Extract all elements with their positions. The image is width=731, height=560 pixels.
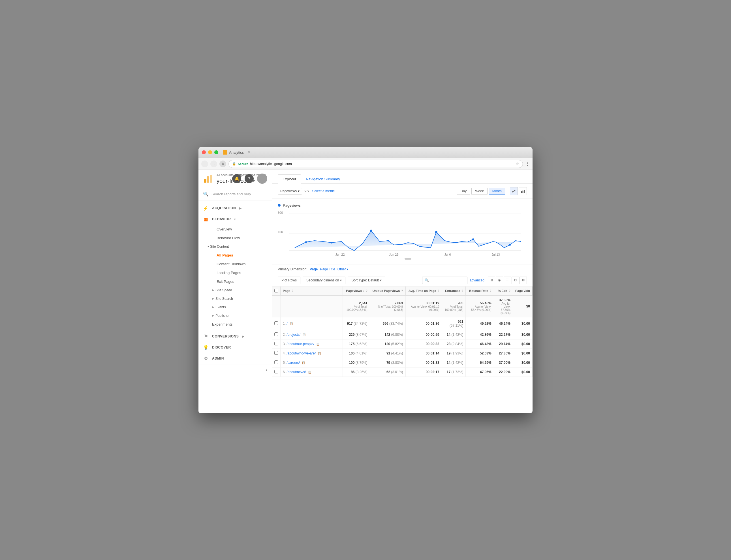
- unique-pageviews-header[interactable]: Unique Pageviews ?: [370, 287, 405, 296]
- compare-view-button[interactable]: ⊞: [520, 277, 527, 284]
- sidebar-item-overview[interactable]: Overview: [212, 225, 272, 234]
- select-metric-link[interactable]: Select a metric: [312, 189, 334, 193]
- advanced-link[interactable]: advanced: [470, 278, 484, 282]
- row-checkbox[interactable]: [274, 342, 278, 345]
- exit-help-icon[interactable]: ?: [509, 289, 510, 292]
- page-link[interactable]: /: [287, 322, 287, 326]
- page-link[interactable]: /about/who-we-are/: [287, 351, 316, 355]
- bar-chart-button[interactable]: [519, 187, 527, 195]
- secondary-dimension-select[interactable]: Secondary dimension ▾: [303, 277, 345, 284]
- sidebar-item-discover[interactable]: 💡 DISCOVER: [198, 342, 272, 353]
- pageviews-chart: Jun 22 Jun 29 Jul 6 Jul 13: [289, 211, 521, 256]
- avg-time-value: 00:01:36: [405, 317, 442, 330]
- back-button[interactable]: ←: [201, 161, 208, 167]
- pageviews-header[interactable]: Pageviews ↓ ?: [343, 287, 370, 296]
- minimize-button[interactable]: [208, 150, 212, 154]
- sidebar-search[interactable]: 🔍 Search reports and help: [198, 188, 272, 200]
- page-help-icon[interactable]: ?: [292, 289, 293, 292]
- sidebar-item-site-speed[interactable]: ▶ Site Speed: [208, 286, 272, 294]
- page-link[interactable]: /about/news/: [287, 370, 306, 374]
- help-button[interactable]: ?: [245, 174, 254, 183]
- bounce-help-icon[interactable]: ?: [490, 289, 491, 292]
- sidebar-item-landing-pages[interactable]: Landing Pages: [212, 268, 272, 277]
- line-chart-button[interactable]: [510, 187, 518, 195]
- exit-header[interactable]: % Exit ?: [494, 287, 513, 296]
- copy-icon[interactable]: 📋: [302, 333, 306, 336]
- bookmark-icon[interactable]: ☆: [516, 162, 519, 166]
- tab-explorer[interactable]: Explorer: [278, 174, 301, 184]
- svg-text:Jun 29: Jun 29: [389, 253, 398, 256]
- tab-navigation-summary[interactable]: Navigation Summary: [301, 174, 345, 184]
- dimension-other[interactable]: Other ▾: [337, 267, 348, 271]
- sidebar-item-experiments[interactable]: Experiments: [208, 320, 272, 329]
- exit-value: 46.24%: [494, 317, 513, 330]
- sidebar-item-admin[interactable]: ⚙ ADMIN: [198, 353, 272, 364]
- sidebar-item-acquisition[interactable]: ⚡ ACQUISITION ▶: [198, 203, 272, 214]
- day-button[interactable]: Day: [457, 188, 470, 194]
- dimension-page-title[interactable]: Page Title: [320, 267, 335, 271]
- svg-rect-0: [204, 179, 206, 183]
- avg-time-help-icon[interactable]: ?: [438, 289, 439, 292]
- pie-view-button[interactable]: ◉: [496, 277, 503, 284]
- exit-value: 22.09%: [494, 367, 513, 377]
- page-link[interactable]: /projects/: [287, 333, 300, 337]
- copy-icon[interactable]: 📋: [318, 352, 321, 355]
- dimension-page[interactable]: Page: [310, 267, 318, 271]
- discover-icon: 💡: [203, 345, 209, 350]
- chart-slider[interactable]: [405, 258, 411, 260]
- sidebar-item-site-search[interactable]: ▶ Site Search: [208, 294, 272, 303]
- metric-selector[interactable]: Pageviews ▾: [278, 188, 302, 194]
- url-bar[interactable]: https://analytics.google.com: [250, 162, 292, 166]
- sidebar-item-conversions[interactable]: ⚑ CONVERSIONS ▶: [198, 331, 272, 342]
- row-checkbox[interactable]: [274, 360, 278, 364]
- plot-rows-button[interactable]: Plot Rows: [278, 277, 300, 284]
- table-row: 4. /about/who-we-are/ 📋 106 (4.01%) 91 (…: [272, 349, 533, 358]
- sort-type-select[interactable]: Sort Type: Default ▾: [348, 277, 385, 284]
- pageviews-help-icon[interactable]: ?: [366, 289, 367, 292]
- browser-menu-icon[interactable]: ⋮: [525, 161, 530, 166]
- notifications-button[interactable]: 🔔: [232, 174, 241, 183]
- expand-icon: ▶: [212, 297, 214, 300]
- tab-close-button[interactable]: ✕: [248, 151, 250, 154]
- grid-view-button[interactable]: ⊞: [488, 277, 495, 284]
- page-value-cell: $0.00: [513, 317, 532, 330]
- list-view-button[interactable]: ☰: [504, 277, 511, 284]
- week-button[interactable]: Week: [471, 188, 487, 194]
- row-checkbox[interactable]: [274, 351, 278, 355]
- copy-icon[interactable]: 📋: [308, 371, 311, 374]
- page-value-header[interactable]: Page Valu: [513, 287, 532, 296]
- sidebar-item-behavior-flow[interactable]: Behavior Flow: [212, 234, 272, 242]
- reload-button[interactable]: ↻: [219, 161, 226, 167]
- select-all-checkbox[interactable]: [274, 289, 278, 292]
- close-button[interactable]: [202, 150, 206, 154]
- page-link[interactable]: /careers/: [287, 361, 300, 365]
- row-checkbox[interactable]: [274, 370, 278, 373]
- entrances-header[interactable]: Entrances ?: [442, 287, 466, 296]
- sidebar-item-behavior[interactable]: ▦ BEHAVIOR ▾: [198, 214, 272, 225]
- table-search-input[interactable]: 🔍: [422, 277, 467, 284]
- copy-icon[interactable]: 📋: [302, 361, 305, 364]
- entrances-help-icon[interactable]: ?: [461, 289, 463, 292]
- avg-time-header[interactable]: Avg. Time on Page ?: [405, 287, 442, 296]
- unique-help-icon[interactable]: ?: [401, 289, 403, 292]
- copy-icon[interactable]: 📋: [316, 343, 320, 346]
- page-link[interactable]: /about/our-people/: [287, 342, 314, 346]
- row-checkbox[interactable]: [274, 321, 278, 325]
- row-checkbox[interactable]: [274, 332, 278, 336]
- avatar[interactable]: [257, 174, 267, 184]
- sidebar-item-content-drilldown[interactable]: Content Drilldown: [212, 260, 272, 268]
- sidebar-item-exit-pages[interactable]: Exit Pages: [212, 277, 272, 286]
- collapse-sidebar-button[interactable]: ‹: [266, 367, 267, 373]
- bounce-rate-header[interactable]: Bounce Rate ?: [466, 287, 494, 296]
- sidebar-item-all-pages[interactable]: All Pages: [212, 251, 272, 260]
- copy-icon[interactable]: 📋: [290, 322, 293, 325]
- sidebar-item-publisher[interactable]: ▶ Publisher: [208, 311, 272, 320]
- row-number: 5.: [283, 361, 286, 365]
- sidebar-site-content[interactable]: ▾ Site Content: [198, 242, 272, 251]
- pivot-view-button[interactable]: ⊟: [512, 277, 519, 284]
- maximize-button[interactable]: [214, 150, 218, 154]
- sidebar-item-events[interactable]: ▶ Events: [208, 303, 272, 311]
- legend-label: Pageviews: [283, 203, 301, 208]
- forward-button[interactable]: →: [210, 161, 217, 167]
- month-button[interactable]: Month: [489, 188, 505, 194]
